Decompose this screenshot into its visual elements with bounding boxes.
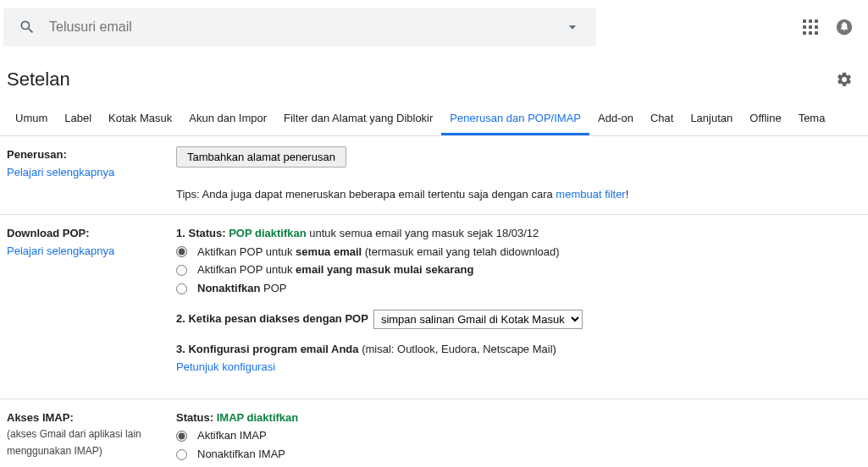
pop-learn-more-link[interactable]: Pelajari selengkapnya (7, 244, 114, 257)
tab-chat[interactable]: Chat (642, 103, 682, 135)
download-pop-title: Download POP: (7, 225, 176, 243)
pop-config-instructions-link[interactable]: Petunjuk konfigurasi (176, 360, 275, 373)
tab-kotak-masuk[interactable]: Kotak Masuk (100, 103, 180, 135)
tab-filter[interactable]: Filter dan Alamat yang Diblokir (275, 103, 441, 135)
forwarding-tip: Tips: Anda juga dapat meneruskan beberap… (176, 186, 861, 204)
search-box[interactable] (3, 8, 596, 47)
apps-icon[interactable] (793, 10, 827, 44)
imap-subtitle: (akses Gmail dari aplikasi lain mengguna… (7, 426, 176, 459)
add-forwarding-address-button[interactable]: Tambahkan alamat penerusan (176, 146, 346, 168)
pop-radio-from-now-input[interactable] (176, 265, 187, 276)
pop-radio-all-input[interactable] (176, 246, 187, 257)
create-filter-link[interactable]: membuat filter (556, 188, 625, 201)
notifications-icon[interactable] (827, 10, 861, 44)
imap-status-value: IMAP diaktifkan (217, 411, 299, 424)
imap-status-line: Status: IMAP diaktifkan (176, 409, 861, 427)
tip-text: Tips: Anda juga dapat meneruskan beberap… (176, 188, 556, 201)
pop-when-accessed: 2. Ketika pesan diakses dengan POP simpa… (176, 310, 861, 329)
tab-umum[interactable]: Umum (7, 103, 56, 135)
tab-tema[interactable]: Tema (790, 103, 834, 135)
settings-tabs: Umum Label Kotak Masuk Akun dan Impor Fi… (0, 103, 868, 135)
imap-radio-enable-input[interactable] (176, 431, 187, 442)
search-icon[interactable] (10, 10, 44, 44)
tab-label[interactable]: Label (56, 103, 100, 135)
tip-suffix: ! (626, 188, 629, 201)
pop-radio-from-now[interactable]: Aktifkan POP untuk email yang masuk mula… (176, 261, 861, 279)
pop-status-line: 1. Status: POP diaktifkan untuk semua em… (176, 225, 861, 243)
penerusan-title: Penerusan: (7, 146, 176, 164)
pop-configure: 3. Konfigurasi program email Anda (misal… (176, 341, 861, 376)
tab-penerusan-pop-imap[interactable]: Penerusan dan POP/IMAP (441, 103, 589, 135)
pop-action-select[interactable]: simpan salinan Gmail di Kotak Masuk (373, 310, 583, 329)
tab-lanjutan[interactable]: Lanjutan (682, 103, 741, 135)
pop-status-value: POP diaktifkan (229, 227, 307, 239)
tab-akun-impor[interactable]: Akun dan Impor (180, 103, 275, 135)
imap-radio-disable-input[interactable] (176, 449, 187, 460)
imap-radio-disable[interactable]: Nonaktifkan IMAP (176, 446, 861, 464)
imap-title: Akses IMAP: (7, 409, 176, 427)
gear-icon[interactable] (827, 63, 861, 96)
penerusan-learn-more-link[interactable]: Pelajari selengkapnya (7, 166, 114, 179)
dropdown-icon[interactable] (556, 10, 589, 44)
section-penerusan: Penerusan: Pelajari selengkapnya Tambahk… (0, 135, 868, 214)
page-title: Setelan (7, 69, 827, 91)
tab-add-on[interactable]: Add-on (589, 103, 642, 135)
pop-radio-all-email[interactable]: Aktifkan POP untuk semua email (termasuk… (176, 244, 861, 261)
tab-offline[interactable]: Offline (741, 103, 789, 135)
section-download-pop: Download POP: Pelajari selengkapnya 1. S… (0, 214, 868, 398)
imap-radio-enable[interactable]: Aktifkan IMAP (176, 427, 861, 445)
pop-radio-disable-input[interactable] (176, 283, 187, 294)
pop-radio-disable[interactable]: Nonaktifkan POP (176, 280, 861, 298)
search-input[interactable] (44, 19, 556, 35)
section-akses-imap: Akses IMAP: (akses Gmail dari aplikasi l… (0, 398, 868, 467)
